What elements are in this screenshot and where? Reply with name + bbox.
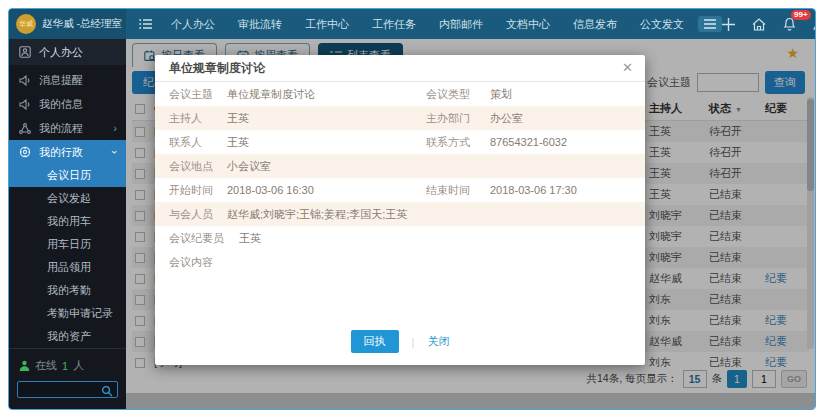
modal-row: 开始时间 2018-03-06 16:30 结束时间 2018-03-06 17…	[155, 178, 645, 202]
sidebar-subitem-meeting-initiate[interactable]: 会议发起	[9, 187, 126, 210]
speaker-icon	[19, 75, 31, 86]
modal-row: 会议主题 单位规章制度讨论 会议类型 策划	[155, 82, 645, 106]
topbar: 华威 赵华威 -总经理室 个人办公 审批流转 工作中心 工作任务 内部邮件 文档…	[9, 9, 815, 39]
bell-icon[interactable]: 99+	[783, 17, 796, 31]
sidebar-subitem-my-assets[interactable]: 我的资产	[9, 325, 126, 348]
modal-row: 与会人员 赵华威;刘晓宇;王锦;姜程;李国天;王英	[155, 202, 645, 226]
online-suffix: 人	[73, 358, 84, 373]
nav-item-official-docs[interactable]: 公文发文	[640, 17, 684, 32]
nav-item-work-tasks[interactable]: 工作任务	[372, 17, 416, 32]
sidebar-subitem-my-attendance[interactable]: 我的考勤	[9, 279, 126, 302]
sidebar-item-label: 消息提醒	[39, 73, 83, 88]
plus-icon[interactable]	[722, 18, 735, 31]
nav-item-internal-mail[interactable]: 内部邮件	[439, 17, 483, 32]
sidebar-item-message-alerts[interactable]: 消息提醒	[9, 68, 126, 92]
sidebar-item-my-admin[interactable]: 我的行政 ›	[9, 140, 126, 164]
speaker-icon	[19, 99, 31, 110]
receipt-button[interactable]: 回执	[351, 330, 399, 353]
sidebar-item-personal-office[interactable]: 个人办公	[9, 39, 126, 65]
chevron-right-icon: ›	[113, 122, 117, 134]
online-status: 在线 1 人	[9, 349, 126, 378]
modal-title: 单位规章制度讨论 ✕	[155, 55, 645, 82]
chevron-down-icon: ›	[109, 150, 121, 154]
nav-item-work-center[interactable]: 工作中心	[305, 17, 349, 32]
contacts-icon[interactable]	[813, 18, 816, 31]
search-icon	[101, 385, 113, 397]
user-name: 赵华威 -总经理室	[42, 17, 122, 31]
modal-row: 会议纪要员 王英	[155, 226, 645, 250]
sidebar-item-label: 个人办公	[39, 45, 83, 60]
sidebar-subitem-attendance-requests[interactable]: 考勤申请记录	[9, 302, 126, 325]
nav-item-personal-office[interactable]: 个人办公	[171, 17, 215, 32]
top-nav: 个人办公 审批流转 工作中心 工作任务 内部邮件 文档中心 信息发布 公文发文	[171, 17, 684, 32]
sidebar-subitem-meeting-calendar[interactable]: 会议日历	[9, 164, 126, 187]
modal-row: 联系人 王英 联系方式 87654321-6032	[155, 130, 645, 154]
sidebar-item-label: 我的流程	[39, 121, 83, 136]
meeting-detail-modal: 单位规章制度讨论 ✕ 会议主题 单位规章制度讨论 会议类型 策划 主持人 王英 …	[155, 55, 645, 365]
apps-menu-icon[interactable]	[698, 16, 722, 32]
sidebar-subitem-vehicle-calendar[interactable]: 用车日历	[9, 233, 126, 256]
notification-badge: 99+	[791, 10, 811, 20]
nav-item-info-publish[interactable]: 信息发布	[573, 17, 617, 32]
page: 华威 赵华威 -总经理室 个人办公 审批流转 工作中心 工作任务 内部邮件 文档…	[0, 0, 825, 419]
sidebar: 个人办公 消息提醒 我的信息	[9, 39, 126, 409]
close-icon[interactable]: ✕	[622, 61, 633, 74]
online-count: 1	[62, 360, 68, 372]
sidebar-subitem-supplies[interactable]: 用品领用	[9, 256, 126, 279]
person-online-icon	[19, 360, 30, 371]
list-menu-icon[interactable]	[139, 18, 153, 30]
modal-row: 主持人 王英 主办部门 办公室	[155, 106, 645, 130]
flow-icon	[19, 123, 31, 134]
sidebar-subitem-my-vehicle[interactable]: 我的用车	[9, 210, 126, 233]
user-icon	[19, 46, 31, 58]
sidebar-item-my-messages[interactable]: 我的信息	[9, 92, 126, 116]
footer-divider: |	[412, 336, 415, 348]
topbar-icons: 99+	[722, 17, 816, 31]
admin-icon	[19, 146, 31, 158]
user-block[interactable]: 华威 赵华威 -总经理室	[9, 9, 126, 39]
online-label: 在线	[35, 358, 57, 373]
nav-item-approval-flow[interactable]: 审批流转	[238, 17, 282, 32]
modal-row: 会议地点 小会议室	[155, 154, 645, 178]
close-link[interactable]: 关闭	[427, 334, 449, 349]
home-icon[interactable]	[752, 18, 766, 31]
sidebar-item-label: 我的信息	[39, 97, 83, 112]
modal-footer: 回执 | 关闭	[155, 330, 645, 353]
modal-row: 会议内容	[155, 250, 645, 274]
nav-item-document-center[interactable]: 文档中心	[506, 17, 550, 32]
avatar[interactable]: 华威	[16, 14, 36, 34]
sidebar-item-label: 我的行政	[39, 145, 83, 160]
sidebar-item-my-workflows[interactable]: 我的流程 ›	[9, 116, 126, 140]
sidebar-search	[17, 381, 118, 398]
